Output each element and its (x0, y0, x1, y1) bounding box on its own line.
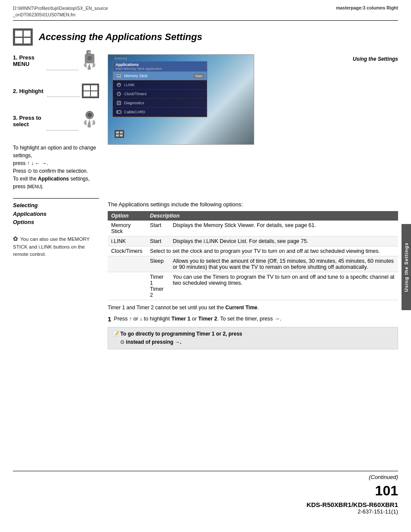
tv-memory-label: Memory Stick (124, 74, 148, 78)
tv-ilink-label: i.LINK (124, 83, 135, 87)
col-desc: Description (146, 211, 398, 221)
td-sleep-desc: Allows you to select the amount of time … (169, 256, 398, 272)
svg-rect-7 (118, 75, 120, 76)
hand-icon-3 (81, 111, 98, 131)
step-1-number: 1. (13, 54, 18, 61)
step-1-row: 1. Press MENU MENU (13, 50, 99, 72)
tv-menu-item-clock: Clock/Timers (113, 90, 207, 99)
tv-menu-subtitle: Start Memory Stick application (115, 67, 204, 71)
tip-box: ✿ You can also use the MEMORY STICK and … (13, 234, 99, 258)
step-num-1: 1 (108, 315, 111, 324)
header-right: masterpage:3 columns Right (336, 5, 398, 10)
apps-sm-cell-1 (84, 85, 90, 90)
diagnostics-icon (115, 100, 122, 106)
footer-part-number: 2-637-151-11(1) (13, 508, 398, 515)
step-3-icon (80, 110, 99, 132)
tv-menu-item-ilink: i.LINK (113, 81, 207, 90)
apps-sm-cell-4 (91, 91, 97, 96)
table-body: Memory Stick Start Displays the Memory S… (108, 221, 398, 300)
svg-point-8 (117, 83, 121, 87)
right-label: Using the Settings (353, 56, 398, 62)
steps-column: 1. Press MENU MENU (13, 50, 99, 190)
td-ilink-desc: Displays the i.LINK Device List. For det… (169, 236, 398, 246)
step-2-dots (47, 96, 80, 97)
options-table: Option Description Memory Stick Start Di… (108, 211, 398, 300)
step-1-dots (47, 70, 78, 70)
tv-screenshot: Antenna Applications Start Memory Stick … (108, 54, 254, 145)
icon-cell-4 (24, 38, 31, 44)
td-memory-option: Memory Stick (108, 221, 146, 236)
tv-menu-overlay: Applications Start Memory Stick applicat… (112, 61, 207, 117)
ilink-icon (115, 81, 122, 88)
tv-clock-label: Clock/Timers (124, 92, 146, 96)
lower-left: SelectingApplicationsOptions ✿ You can a… (13, 201, 99, 349)
tv-cable-label: CableCARD (124, 110, 145, 114)
td-memory-desc: Displays the Memory Stick Viewer. For de… (169, 221, 398, 236)
td-memory-col2: Start (146, 221, 169, 236)
step-2-apps-icon (82, 84, 99, 98)
tv-start-btn: Start (193, 74, 204, 78)
step-1-text: 1. Press MENU (13, 54, 45, 67)
section-title: Accessing the Applications Settings (39, 31, 202, 43)
step-3-text: 3. Press to select (13, 115, 45, 128)
sidebar-label: Using the Settings (404, 243, 409, 292)
memory-stick-icon (115, 72, 122, 79)
tv-diag-label: Diagnostics (124, 101, 144, 105)
tv-menu-title-bar: Applications Start Memory Stick applicat… (113, 62, 207, 72)
tip-note-text: To go directly to programming Timer 1 or… (120, 331, 242, 337)
td-timers-desc: You can use the Timers to program the TV… (169, 272, 398, 300)
svg-line-11 (119, 94, 120, 94)
table-row-timers: Timer 1Timer 2 You can use the Timers to… (108, 272, 398, 300)
tip-note-icon: 📝 (112, 331, 119, 337)
step-3-number: 3. (13, 115, 18, 121)
step-2-number: 2. (13, 88, 18, 94)
tip-note-text2: ⊙ instead of pressing →. (120, 339, 181, 345)
tv-menu-title: Applications (115, 62, 204, 67)
table-row-ilink: i.LINK Start Displays the i.LINK Device … (108, 236, 398, 246)
timer-note-text: Timer 1 and Timer 2 cannot be set until … (108, 305, 259, 311)
col-option: Option (108, 211, 146, 221)
step-3-row: 3. Press to select (13, 110, 99, 132)
step-notes: To highlight an option and to change set… (13, 144, 99, 190)
table-row-memory: Memory Stick Start Displays the Memory S… (108, 221, 398, 236)
footer-rule (13, 471, 398, 471)
header: D:\WINNT\Profiles\fujii\Desktop\SX_EN_so… (0, 0, 411, 18)
table-head: Option Description (108, 211, 398, 221)
svg-text:MENU: MENU (87, 51, 97, 54)
sidebar-text-bar: Using the Settings (402, 224, 411, 310)
step-note-line3: Press ⊙ to confirm the selection. (13, 167, 99, 175)
table-header-row: Option Description (108, 211, 398, 221)
step-2-row: 2. Highlight (13, 84, 99, 98)
footer-bottom: KDS-R50XBR1/KDS-R60XBR1 2-637-151-11(1) (13, 501, 398, 515)
step-3-dots (47, 130, 78, 131)
hand-icon-1: MENU (81, 50, 98, 71)
tv-menu-item-memory: Memory Stick Start (113, 72, 207, 81)
step-numbered-1: 1 Press ↑ or ↓ to highlight Timer 1 or T… (108, 315, 398, 324)
section-divider (13, 198, 99, 199)
icon-cell-1 (15, 31, 22, 37)
tip-icon: ✿ (13, 234, 18, 243)
td-sleep-col2: Sleep (146, 256, 169, 272)
header-path-line1: D:\WINNT\Profiles\fujii\Desktop\SX_EN_so… (13, 6, 108, 11)
td-timers-option (108, 272, 146, 300)
intro-text: The Applications settings include the fo… (108, 201, 398, 208)
section-title-row: Accessing the Applications Settings (0, 21, 411, 50)
step-note-line1: To highlight an option and to change set… (13, 144, 99, 159)
td-timers-col2: Timer 1Timer 2 (146, 272, 169, 300)
td-sleep-option (108, 256, 146, 272)
footer: (Continued) 101 KDS-R50XBR1/KDS-R60XBR1 … (0, 471, 411, 515)
svg-point-3 (87, 56, 92, 60)
lower-content: SelectingApplicationsOptions ✿ You can a… (0, 201, 411, 349)
tv-antenna-label: Antenna (114, 56, 127, 60)
main-content: 1. Press MENU MENU (0, 50, 411, 190)
icon-cell-2 (24, 31, 31, 37)
apps-sm-cell-3 (84, 91, 90, 96)
tip-note-box: 📝 To go directly to programming Timer 1 … (108, 327, 398, 349)
apps-icon-large (13, 28, 33, 46)
td-clock-option: Clock/Timers (108, 246, 146, 256)
icon-cell-3 (15, 38, 22, 44)
tip-text: You can also use the MEMORY STICK and i.… (13, 236, 90, 257)
step-2-label: Highlight (19, 88, 43, 94)
svg-rect-12 (117, 101, 121, 105)
tv-corner-icon (115, 130, 124, 138)
